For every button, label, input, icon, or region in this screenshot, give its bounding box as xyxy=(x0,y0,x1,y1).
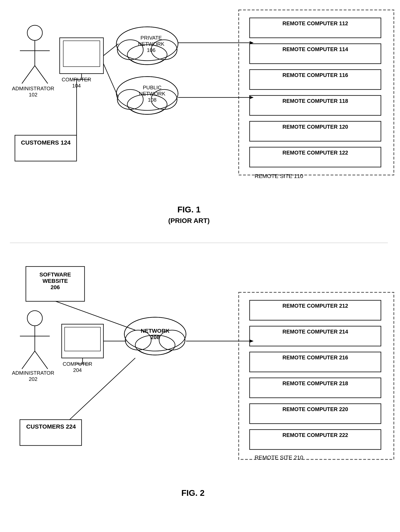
fig1-title: FIG. 1 xyxy=(159,205,219,214)
fig2-title: FIG. 2 xyxy=(163,488,223,498)
fig2-customers-box: CUSTOMERS 224 xyxy=(21,423,81,430)
svg-marker-44 xyxy=(250,41,254,44)
fig1-rc-114: REMOTE COMPUTER 114 xyxy=(251,46,380,52)
fig1-rc-112: REMOTE COMPUTER 112 xyxy=(251,20,380,27)
svg-line-3 xyxy=(22,66,35,83)
svg-line-42 xyxy=(103,64,118,97)
fig1-private-network-label: PRIVATENETWORK106 xyxy=(131,35,171,53)
svg-rect-6 xyxy=(63,41,100,67)
fig2-rc-218: REMOTE COMPUTER 218 xyxy=(251,380,380,387)
svg-line-41 xyxy=(103,44,118,56)
fig2-rc-212: REMOTE COMPUTER 212 xyxy=(251,303,380,309)
svg-line-4 xyxy=(35,66,48,83)
fig1-admin-label: ADMINISTRATOR 102 xyxy=(12,86,54,98)
fig1-rc-120: REMOTE COMPUTER 120 xyxy=(251,124,380,130)
svg-line-53 xyxy=(35,351,48,369)
fig1-rc-122: REMOTE COMPUTER 122 xyxy=(251,150,380,156)
fig1-customers-box: CUSTOMERS 124 xyxy=(16,139,76,146)
fig1-rc-116: REMOTE COMPUTER 116 xyxy=(251,72,380,78)
svg-rect-55 xyxy=(65,327,101,351)
fig2-remote-site-label: REMOTE SITE 210 xyxy=(254,455,303,461)
fig2-rc-214: REMOTE COMPUTER 214 xyxy=(251,329,380,335)
fig2-rc-216: REMOTE COMPUTER 216 xyxy=(251,355,380,361)
svg-rect-5 xyxy=(60,38,103,74)
fig1-rc-118: REMOTE COMPUTER 118 xyxy=(251,98,380,104)
fig1-public-network-label: PUBLICNETWORK108 xyxy=(132,84,172,103)
svg-line-52 xyxy=(22,351,35,369)
svg-point-0 xyxy=(27,25,42,40)
svg-rect-54 xyxy=(62,324,103,358)
fig2-network-label: NETWORK208 xyxy=(135,328,175,341)
fig2-rc-220: REMOTE COMPUTER 220 xyxy=(251,406,380,412)
fig2-admin-label: ADMINISTRATOR 202 xyxy=(12,370,54,382)
fig2-rc-222: REMOTE COMPUTER 222 xyxy=(251,432,380,438)
fig1-subtitle: (PRIOR ART) xyxy=(147,217,231,225)
fig2-software-website-label: SOFTWAREWEBSITE206 xyxy=(27,272,83,291)
fig2-computer-label: COMPUTER 204 xyxy=(63,361,92,373)
fig1-remote-site-label: REMOTE SITE 110 xyxy=(254,173,303,179)
svg-point-49 xyxy=(27,311,42,326)
svg-line-79 xyxy=(56,301,135,330)
fig1-computer-label: COMPUTER 104 xyxy=(62,76,91,89)
svg-marker-83 xyxy=(250,340,254,343)
